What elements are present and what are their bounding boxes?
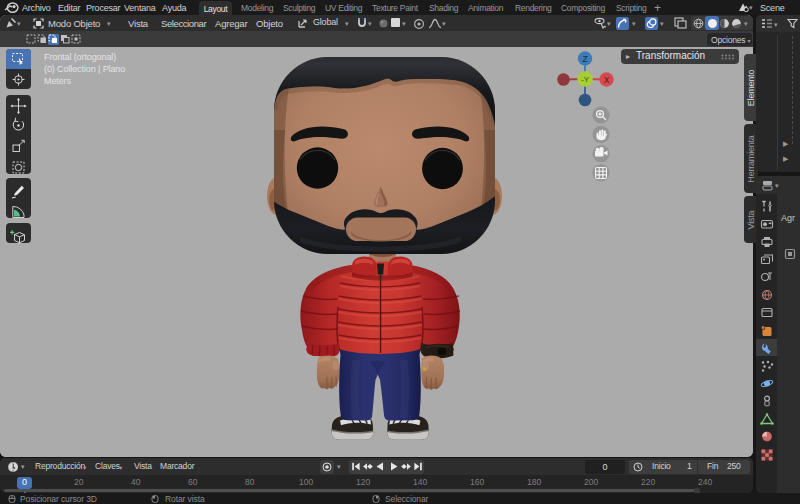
svg-text:Z: Z [582,54,587,64]
svg-text:X: X [604,75,610,85]
svg-text:-Y: -Y [581,75,590,84]
